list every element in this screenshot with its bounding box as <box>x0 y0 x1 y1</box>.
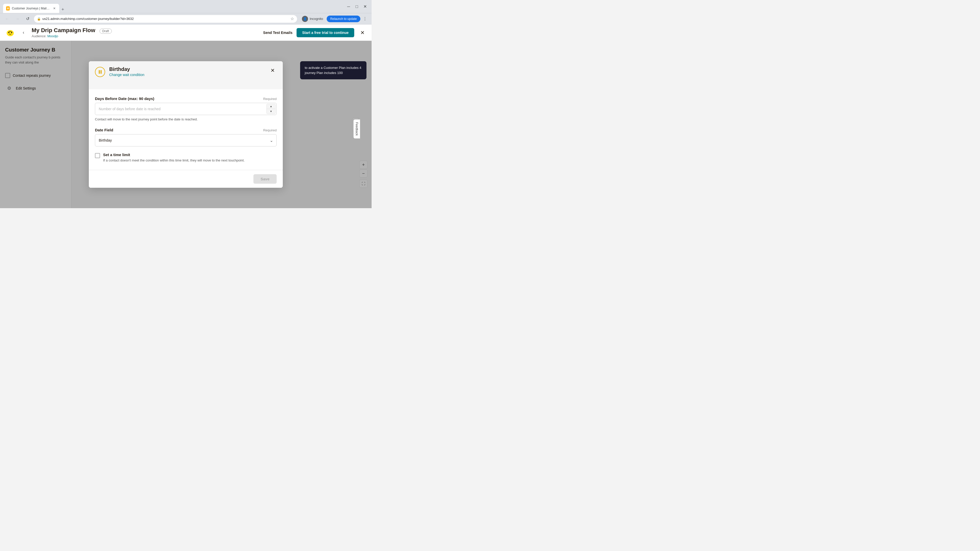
new-tab-button[interactable]: + <box>59 6 66 13</box>
header-actions: Send Test Emails Start a free trial to c… <box>263 28 366 37</box>
spinner-down-button[interactable]: ▼ <box>267 109 275 114</box>
days-before-label: Days Before Date (max: 90 days) <box>95 97 154 101</box>
save-button[interactable]: Save <box>253 174 277 184</box>
close-app-button[interactable]: ✕ <box>358 29 366 37</box>
days-input-wrap: ▲ ▼ <box>95 103 277 115</box>
svg-point-2 <box>8 32 10 33</box>
maximize-button[interactable]: □ <box>353 3 360 10</box>
back-navigation-button[interactable]: ‹ <box>19 29 27 37</box>
campaign-name-row: My Drip Campaign Flow Draft <box>32 27 259 34</box>
close-window-button[interactable]: ✕ <box>361 3 369 10</box>
reload-button[interactable]: ↺ <box>24 15 32 23</box>
canvas-area: Customer Journey B Guide each contact's … <box>0 41 372 208</box>
upgrade-tooltip: to activate a Customer Plan includes 4 j… <box>300 61 366 79</box>
minimize-button[interactable]: ─ <box>345 3 352 10</box>
browser-actions: 👤 Incognito Relaunch to update ⋮ <box>299 15 369 23</box>
window-controls: ─ □ ✕ <box>345 3 369 10</box>
audience-name: Moodjo <box>47 34 58 38</box>
tab-favicon: M <box>6 6 10 11</box>
campaign-name: My Drip Campaign Flow <box>32 27 95 33</box>
tab-title: Customer Journeys | Mailchimp <box>12 6 50 10</box>
date-field-select[interactable]: Birthday Anniversary Custom Date <box>95 134 277 146</box>
pause-bars <box>99 70 102 74</box>
tab-close-button[interactable]: ✕ <box>52 6 56 11</box>
date-required-badge: Required <box>263 128 277 132</box>
time-limit-text: Set a time limit If a contact doesn't me… <box>103 152 277 163</box>
upgrade-tooltip-text: to activate a Customer Plan includes 4 j… <box>305 66 361 75</box>
date-field-label: Date Field <box>95 128 113 132</box>
browser-tab-bar: M Customer Journeys | Mailchimp ✕ + ─ □ … <box>0 0 372 13</box>
incognito-label: Incognito <box>310 17 323 21</box>
pause-bar-left <box>99 70 100 74</box>
modal-footer: Save <box>89 170 283 188</box>
svg-point-3 <box>11 32 12 33</box>
time-limit-description: If a contact doesn't meet the condition … <box>103 158 277 163</box>
security-lock-icon: 🔒 <box>37 17 41 21</box>
modal-title: Birthday <box>109 66 264 72</box>
modal-header-bar <box>89 77 283 89</box>
feedback-tab[interactable]: Feedback <box>353 119 360 138</box>
days-hint-text: Contact will move to the next journey po… <box>95 117 277 122</box>
time-limit-row: Set a time limit If a contact doesn't me… <box>95 152 277 163</box>
incognito-icon: 👤 <box>302 16 308 22</box>
forward-button[interactable]: → <box>13 15 21 23</box>
browser-menu-button[interactable]: ⋮ <box>361 15 369 22</box>
start-trial-button[interactable]: Start a free trial to continue <box>297 28 354 37</box>
draft-badge: Draft <box>100 29 112 34</box>
app-area: ‹ My Drip Campaign Flow Draft Audience: … <box>0 24 372 208</box>
tab-bar: M Customer Journeys | Mailchimp ✕ + <box>3 0 343 13</box>
audience-prefix: Audience: <box>32 34 47 38</box>
feedback-wrapper: Feedback <box>361 112 372 137</box>
number-spinners: ▲ ▼ <box>266 104 275 114</box>
birthday-modal: Birthday Change wait condition ✕ Days Be… <box>89 61 283 188</box>
time-limit-label: Set a time limit <box>103 152 277 157</box>
audience-line: Audience: Moodjo <box>32 34 259 38</box>
back-button[interactable]: ← <box>3 15 11 23</box>
date-field-select-wrap: Birthday Anniversary Custom Date ⌄ <box>95 134 277 146</box>
time-limit-checkbox[interactable] <box>95 153 100 158</box>
send-test-button[interactable]: Send Test Emails <box>263 30 293 35</box>
modal-title-area: Birthday Change wait condition <box>109 66 264 77</box>
modal-header: Birthday Change wait condition ✕ <box>89 61 283 77</box>
modal-close-button[interactable]: ✕ <box>269 66 277 75</box>
address-bar-row: ← → ↺ 🔒 us21.admin.mailchimp.com/custome… <box>0 13 372 24</box>
days-input[interactable] <box>95 103 277 115</box>
days-before-field-row: Days Before Date (max: 90 days) Required <box>95 97 277 101</box>
modal-body: Days Before Date (max: 90 days) Required… <box>89 89 283 170</box>
modal-change-condition-link[interactable]: Change wait condition <box>109 73 264 77</box>
address-bar[interactable]: 🔒 us21.admin.mailchimp.com/customer-jour… <box>34 15 298 23</box>
active-tab[interactable]: M Customer Journeys | Mailchimp ✕ <box>3 4 59 13</box>
url-text: us21.admin.mailchimp.com/customer-journe… <box>42 17 289 21</box>
spinner-up-button[interactable]: ▲ <box>267 104 275 109</box>
bookmark-icon[interactable]: ☆ <box>290 16 294 21</box>
relaunch-button[interactable]: Relaunch to update <box>327 16 360 22</box>
date-field-row: Date Field Required <box>95 128 277 132</box>
pause-bar-right <box>100 70 102 74</box>
campaign-info: My Drip Campaign Flow Draft Audience: Mo… <box>32 27 259 38</box>
incognito-button[interactable]: 👤 Incognito <box>299 15 326 23</box>
pause-icon <box>95 67 105 77</box>
days-required-badge: Required <box>263 97 277 101</box>
app-header: ‹ My Drip Campaign Flow Draft Audience: … <box>0 24 372 41</box>
mailchimp-logo <box>5 27 15 38</box>
